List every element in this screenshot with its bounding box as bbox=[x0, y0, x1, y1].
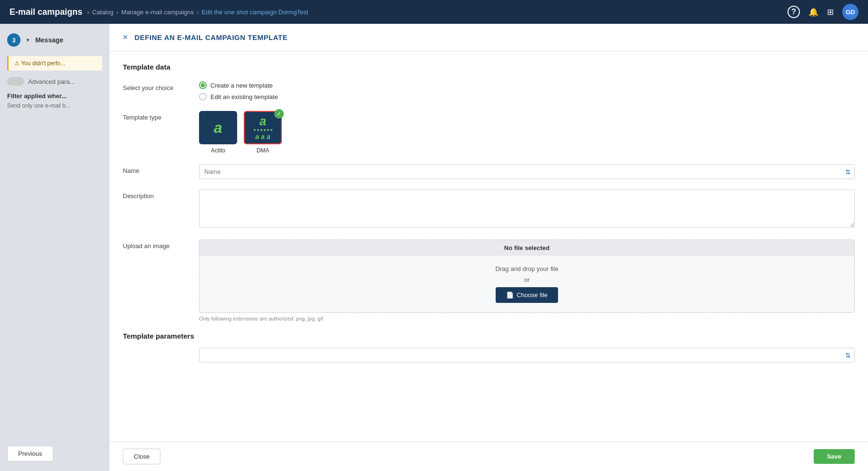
radio-edit-existing[interactable]: Edit an existing template bbox=[199, 93, 855, 100]
file-icon: 📄 bbox=[506, 291, 514, 299]
save-button[interactable]: Save bbox=[814, 449, 855, 464]
description-row: Description bbox=[123, 190, 855, 229]
main-layout: 3 ▼ Message ⚠ You didn't perfo... Advanc… bbox=[0, 24, 868, 471]
grid-icon[interactable]: ⊞ bbox=[827, 7, 834, 17]
param-input-wrapper: ⇅ bbox=[199, 348, 855, 362]
name-label: Name bbox=[123, 164, 199, 174]
radio-create-circle[interactable] bbox=[199, 81, 207, 89]
filter-label: Filter applied wher... bbox=[7, 92, 102, 100]
template-card-actito[interactable]: a Actito bbox=[199, 111, 237, 154]
modal-close-icon[interactable]: × bbox=[123, 32, 128, 42]
breadcrumb-item-active: Edit the one shot campaign DormgTest bbox=[201, 9, 308, 16]
modal-header: × DEFINE AN E-MAIL CAMPAIGN TEMPLATE bbox=[110, 24, 868, 51]
breadcrumb-item-manage[interactable]: Manage e-mail campaigns bbox=[121, 9, 194, 16]
radio-group: Create a new template Edit an existing t… bbox=[199, 81, 855, 100]
help-icon[interactable]: ? bbox=[788, 6, 800, 18]
template-type-row: Template type a Actito bbox=[123, 111, 855, 154]
topbar: E-mail campaigns › Catalog › Manage e-ma… bbox=[0, 0, 868, 24]
upload-label: Upload an image bbox=[123, 240, 199, 250]
name-input[interactable] bbox=[199, 164, 855, 179]
template-param-row: ⇅ bbox=[123, 348, 855, 362]
dma-icon-box[interactable]: ✓ a bbox=[244, 111, 282, 144]
modal-body: Template data Select your choice Create … bbox=[110, 51, 868, 441]
template-data-section-title: Template data bbox=[123, 63, 855, 71]
modal-title: DEFINE AN E-MAIL CAMPAIGN TEMPLATE bbox=[135, 33, 288, 41]
breadcrumb: › Catalog › Manage e-mail campaigns › Ed… bbox=[87, 9, 308, 16]
breadcrumb-item-catalog[interactable]: Catalog bbox=[92, 9, 113, 16]
toggle-switch[interactable] bbox=[7, 77, 24, 86]
name-input-wrapper: ⇅ bbox=[199, 164, 855, 179]
dma-label: DMA bbox=[257, 147, 269, 154]
description-textarea-area bbox=[199, 190, 855, 229]
warning-message: ⚠ You didn't perfo... bbox=[7, 56, 102, 70]
dma-check-badge: ✓ bbox=[274, 109, 284, 119]
upload-row: Upload an image No file selected Drag an… bbox=[123, 240, 855, 321]
template-types: a Actito ✓ a bbox=[199, 111, 855, 154]
description-textarea[interactable] bbox=[199, 190, 855, 228]
param-input-area: ⇅ bbox=[199, 348, 855, 362]
filter-text: Send only one e-mail b... bbox=[7, 102, 102, 109]
radio-create-new[interactable]: Create a new template bbox=[199, 81, 855, 89]
bell-icon[interactable]: 🔔 bbox=[808, 7, 818, 17]
actito-icon-box[interactable]: a bbox=[199, 111, 237, 144]
radio-edit-circle[interactable] bbox=[199, 93, 207, 100]
step-label: Message bbox=[35, 36, 63, 44]
previous-button[interactable]: Previous bbox=[7, 446, 53, 461]
app-title: E-mail campaigns bbox=[10, 7, 82, 17]
choose-file-button[interactable]: 📄 Choose file bbox=[496, 287, 558, 303]
modal-footer: Close Save bbox=[110, 441, 868, 471]
name-input-area: ⇅ bbox=[199, 164, 855, 179]
radio-create-label: Create a new template bbox=[210, 82, 273, 89]
param-input-icon: ⇅ bbox=[845, 351, 851, 359]
modal-panel: × DEFINE AN E-MAIL CAMPAIGN TEMPLATE Tem… bbox=[110, 24, 868, 471]
description-label: Description bbox=[123, 190, 199, 200]
actito-icon: a bbox=[214, 120, 222, 135]
upload-no-file-label: No file selected bbox=[200, 240, 854, 256]
template-type-label: Template type bbox=[123, 111, 199, 121]
background-content: 3 ▼ Message ⚠ You didn't perfo... Advanc… bbox=[0, 24, 110, 471]
upload-drop-zone[interactable]: Drag and drop your file or 📄 Choose file bbox=[200, 256, 854, 312]
select-choice-label: Select your choice bbox=[123, 81, 199, 91]
upload-area-container: No file selected Drag and drop your file… bbox=[199, 240, 855, 321]
template-types-area: a Actito ✓ a bbox=[199, 111, 855, 154]
right-area: × DEFINE AN E-MAIL CAMPAIGN TEMPLATE Tem… bbox=[110, 24, 868, 471]
avatar[interactable]: GD bbox=[842, 4, 858, 20]
sidebar-background: 3 ▼ Message ⚠ You didn't perfo... Advanc… bbox=[0, 24, 110, 471]
select-choice-row: Select your choice Create a new template… bbox=[123, 81, 855, 100]
step-indicator: 3 ▼ Message bbox=[7, 33, 102, 47]
name-input-icon: ⇅ bbox=[845, 168, 851, 176]
advanced-params-toggle[interactable]: Advanced para... bbox=[7, 77, 102, 86]
step-number: 3 bbox=[7, 33, 20, 47]
close-button[interactable]: Close bbox=[123, 449, 160, 464]
radio-edit-label: Edit an existing template bbox=[210, 93, 278, 100]
dma-icon: a bbox=[254, 115, 272, 140]
param-input[interactable] bbox=[199, 348, 855, 362]
template-params-title: Template parameters bbox=[123, 332, 855, 340]
upload-drag-text: Drag and drop your file bbox=[495, 265, 558, 272]
template-card-dma[interactable]: ✓ a bbox=[244, 111, 282, 154]
radio-group-area: Create a new template Edit an existing t… bbox=[199, 81, 855, 100]
name-row: Name ⇅ bbox=[123, 164, 855, 179]
upload-area[interactable]: No file selected Drag and drop your file… bbox=[199, 240, 855, 313]
topbar-icons: ? 🔔 ⊞ GD bbox=[788, 4, 858, 20]
param-label bbox=[123, 348, 199, 351]
actito-label: Actito bbox=[211, 147, 225, 154]
upload-or: or bbox=[524, 276, 530, 283]
toggle-label: Advanced para... bbox=[28, 78, 75, 85]
upload-hint: Only following extensions are authorized… bbox=[199, 316, 855, 321]
